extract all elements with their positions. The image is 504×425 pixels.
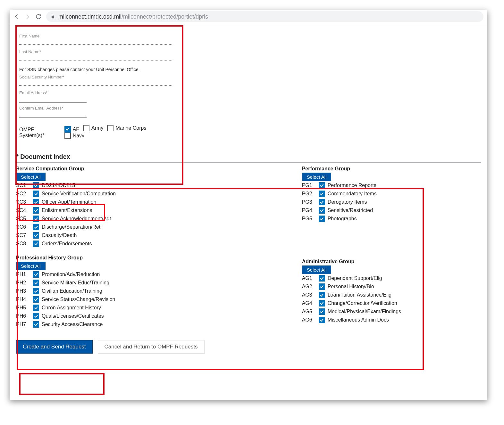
group-performance: Performance Group Select All PG1Performa… xyxy=(302,166,420,223)
ompf-option-label: Marine Corps xyxy=(115,125,146,131)
doc-item-row: SC5Service Acknowledgement/Agt xyxy=(16,215,302,223)
doc-item-row: SC1DD214/DD215 xyxy=(16,181,302,190)
doc-item-row: AG3Loan/Tuition Assistance/Elig xyxy=(302,291,420,299)
doc-item-row: PH3Civilian Education/Training xyxy=(16,287,302,295)
doc-item-label: Dependant Support/Elig xyxy=(328,275,382,281)
doc-item-row: PH1Promotion/Adv/Reduction xyxy=(16,270,302,279)
doc-item-checkbox[interactable] xyxy=(33,207,39,214)
doc-item-checkbox[interactable] xyxy=(33,305,39,311)
url-domain: milconnect.dmdc.osd.mil xyxy=(58,13,122,20)
first-name-input[interactable] xyxy=(19,44,172,45)
doc-item-row: PG4Sensitive/Restricted xyxy=(302,206,420,215)
doc-item-row: PG5Photographs xyxy=(302,215,420,223)
doc-item-label: Chron Assignment History xyxy=(42,305,101,311)
cancel-return-button[interactable]: Cancel and Return to OMPF Requests xyxy=(98,340,205,354)
doc-item-row: PG1Performance Reports xyxy=(302,181,420,190)
doc-item-checkbox[interactable] xyxy=(33,288,39,294)
doc-item-label: Discharge/Separation/Ret xyxy=(42,224,100,230)
doc-item-code: SC6 xyxy=(16,224,30,230)
forward-icon[interactable] xyxy=(24,13,31,20)
doc-item-row: AG6Miscellaneous Admin Docs xyxy=(302,316,420,324)
doc-item-row: PH2Service Military Educ/Training xyxy=(16,279,302,287)
ompf-checkbox-navy[interactable] xyxy=(64,133,71,139)
create-send-button[interactable]: Create and Send Request xyxy=(16,340,93,354)
doc-item-checkbox[interactable] xyxy=(33,313,39,319)
personal-info-form: First Name Last Name* For SSN changes pl… xyxy=(16,27,175,143)
doc-item-label: Miscellaneous Admin Docs xyxy=(328,317,389,323)
doc-item-label: Medical/Physical/Exam/Findings xyxy=(328,309,401,315)
doc-item-checkbox[interactable] xyxy=(319,283,325,290)
action-buttons: Create and Send Request Cancel and Retur… xyxy=(16,340,481,354)
group-title-ph: Professional History Group xyxy=(16,255,302,261)
doc-item-row: AG5Medical/Physical/Exam/Findings xyxy=(302,307,420,316)
confirm-email-input[interactable] xyxy=(19,118,87,118)
ompf-checkbox-af[interactable] xyxy=(64,126,71,133)
doc-item-row: AG4Change/Correction/Verification xyxy=(302,299,420,307)
doc-item-code: SC2 xyxy=(16,191,30,197)
doc-item-checkbox[interactable] xyxy=(319,308,325,315)
doc-item-code: AG5 xyxy=(302,309,316,315)
doc-item-row: SC2Service Verification/Computation xyxy=(16,190,302,198)
ssn-helper-text: For SSN changes please contact your Unit… xyxy=(19,67,172,72)
doc-item-code: PG1 xyxy=(302,183,316,188)
doc-item-checkbox[interactable] xyxy=(319,317,325,323)
back-icon[interactable] xyxy=(13,13,20,20)
doc-item-checkbox[interactable] xyxy=(33,224,39,230)
select-all-ag[interactable]: Select All xyxy=(302,266,332,274)
doc-item-label: Commendatory Items xyxy=(328,191,377,197)
doc-item-checkbox[interactable] xyxy=(33,182,39,189)
select-all-sc[interactable]: Select All xyxy=(16,173,46,181)
doc-item-label: Enlistment/Extensions xyxy=(42,208,92,213)
email-input[interactable] xyxy=(19,102,87,102)
last-name-input[interactable] xyxy=(19,60,172,61)
doc-item-checkbox[interactable] xyxy=(33,321,39,328)
group-title-sc: Service Computation Group xyxy=(16,166,302,172)
select-all-pg[interactable]: Select All xyxy=(302,173,332,181)
document-groups: Service Computation Group Select All SC1… xyxy=(16,163,420,329)
doc-item-checkbox[interactable] xyxy=(33,191,39,197)
doc-item-checkbox[interactable] xyxy=(319,182,325,189)
doc-item-row: PH5Chron Assignment History xyxy=(16,304,302,312)
group-title-pg: Performance Group xyxy=(302,166,420,172)
doc-item-label: Service Military Educ/Training xyxy=(42,280,109,286)
doc-item-checkbox[interactable] xyxy=(33,271,39,278)
doc-item-checkbox[interactable] xyxy=(319,292,325,298)
select-all-ph[interactable]: Select All xyxy=(16,262,46,270)
reload-icon[interactable] xyxy=(35,13,42,20)
ssn-input[interactable] xyxy=(19,85,172,86)
doc-item-checkbox[interactable] xyxy=(33,232,39,239)
doc-item-checkbox[interactable] xyxy=(33,296,39,303)
doc-item-code: PG5 xyxy=(302,216,316,222)
doc-item-row: SC6Discharge/Separation/Ret xyxy=(16,223,302,231)
doc-item-checkbox[interactable] xyxy=(319,300,325,306)
doc-item-row: PH6Quals/Licenses/Certificates xyxy=(16,312,302,320)
highlight-create-btn xyxy=(19,373,105,395)
doc-item-code: PH6 xyxy=(16,313,30,319)
doc-item-code: SC7 xyxy=(16,233,30,238)
doc-item-code: AG4 xyxy=(302,300,316,306)
doc-item-code: SC5 xyxy=(16,216,30,222)
doc-item-label: Derogatory Items xyxy=(328,199,367,205)
ompf-checkbox-army[interactable] xyxy=(83,125,89,131)
doc-item-checkbox[interactable] xyxy=(319,216,325,222)
doc-item-code: PG4 xyxy=(302,208,316,213)
page-content: First Name Last Name* For SSN changes pl… xyxy=(10,24,487,357)
doc-item-row: SC4Enlistment/Extensions xyxy=(16,206,302,215)
doc-item-checkbox[interactable] xyxy=(319,199,325,205)
doc-item-label: Quals/Licenses/Certificates xyxy=(42,313,104,319)
doc-item-code: PH7 xyxy=(16,322,30,327)
address-bar[interactable]: milconnect.dmdc.osd.mil/milconnect/prote… xyxy=(46,11,483,22)
ompf-label: OMPF System(s)* xyxy=(19,127,60,138)
doc-item-checkbox[interactable] xyxy=(33,216,39,222)
doc-item-label: Security Access/Clearance xyxy=(42,322,103,327)
doc-item-checkbox[interactable] xyxy=(319,207,325,214)
ompf-checkbox-marine-corps[interactable] xyxy=(107,125,113,131)
doc-item-code: AG6 xyxy=(302,317,316,323)
doc-item-checkbox[interactable] xyxy=(33,199,39,205)
doc-item-checkbox[interactable] xyxy=(319,191,325,197)
doc-item-checkbox[interactable] xyxy=(33,280,39,286)
doc-item-label: Civilian Education/Training xyxy=(42,288,102,294)
url-path: /milconnect/protected/portlet/dpris xyxy=(122,13,208,20)
doc-item-checkbox[interactable] xyxy=(319,275,325,282)
doc-item-checkbox[interactable] xyxy=(33,241,39,247)
